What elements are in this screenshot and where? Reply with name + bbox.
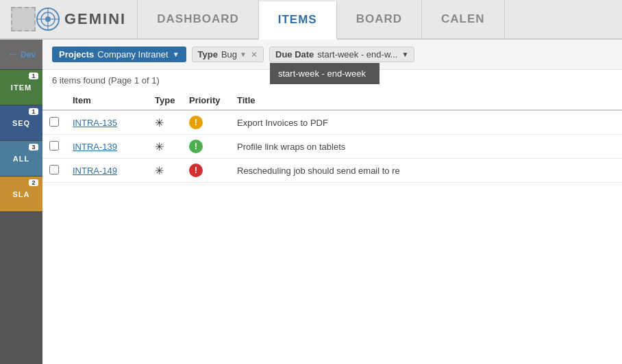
col-checkbox xyxy=(42,91,66,110)
projects-filter-value: Company Intranet xyxy=(97,49,168,60)
sidebar-all-label: ALL xyxy=(13,155,29,163)
type-filter[interactable]: Type Bug ▼ ✕ xyxy=(192,47,264,62)
col-priority-header: Priority xyxy=(182,91,230,110)
sidebar-sla-badge: 2 xyxy=(29,179,38,186)
table-row: INTRA-135 ✳ ! Export Invoices to PDF xyxy=(42,110,622,135)
tab-items[interactable]: ITEMS xyxy=(259,1,337,40)
item-link[interactable]: INTRA-135 xyxy=(73,118,117,128)
type-filter-value: Bug xyxy=(221,49,237,60)
due-date-filter-key: Due Date xyxy=(275,49,314,60)
sidebar-item-label: ITEM xyxy=(11,83,32,92)
table-header-row: Item Type Priority Title xyxy=(42,91,622,110)
sidebar-back-button[interactable]: ← Dev xyxy=(0,40,42,70)
bug-type-icon: ✳ xyxy=(155,165,164,177)
priority-icon: ! xyxy=(189,164,203,177)
main-layout: ← Dev 1 ITEM 1 SEQ 3 ALL 2 SLA Projects … xyxy=(0,40,622,364)
priority-icon: ! xyxy=(189,116,203,129)
col-type-header: Type xyxy=(148,91,182,110)
sidebar-item-badge: 1 xyxy=(29,73,38,79)
sidebar-item-item[interactable]: 1 ITEM xyxy=(0,70,42,105)
sidebar: ← Dev 1 ITEM 1 SEQ 3 ALL 2 SLA xyxy=(0,40,42,364)
item-link[interactable]: INTRA-139 xyxy=(73,142,117,152)
due-date-filter-value: start-week - end-w... xyxy=(317,49,397,60)
item-link[interactable]: INTRA-149 xyxy=(73,166,117,176)
table-row: INTRA-139 ✳ ! Profile link wraps on tabl… xyxy=(42,135,622,159)
row-priority: ! xyxy=(182,110,230,135)
row-type: ✳ xyxy=(148,159,182,183)
sidebar-item-all[interactable]: 3 ALL xyxy=(0,141,42,177)
top-navigation: GEMINI DASHBOARD ITEMS BOARD CALEN xyxy=(0,0,622,40)
logo-placeholder-icon xyxy=(11,7,36,31)
projects-filter[interactable]: Projects Company Intranet ▼ xyxy=(52,47,186,62)
projects-dropdown-icon: ▼ xyxy=(173,51,179,58)
items-count-text: 6 items found (Page 1 of 1) xyxy=(52,75,160,86)
sidebar-back-label: Dev xyxy=(21,50,36,60)
filter-bar: Projects Company Intranet ▼ Type Bug ▼ ✕… xyxy=(42,40,622,70)
col-item-header: Item xyxy=(66,91,148,110)
row-item-id: INTRA-135 xyxy=(66,110,148,135)
tab-board[interactable]: BOARD xyxy=(337,0,422,38)
row-title: Export Invoices to PDF xyxy=(230,110,622,135)
row-type: ✳ xyxy=(148,110,182,135)
content-area: Projects Company Intranet ▼ Type Bug ▼ ✕… xyxy=(42,40,622,364)
bug-type-icon: ✳ xyxy=(155,141,164,153)
projects-filter-key: Projects xyxy=(59,49,94,60)
row-checkbox-cell xyxy=(42,159,66,183)
sidebar-seq-badge: 1 xyxy=(29,108,38,115)
col-title-header: Title xyxy=(230,91,622,110)
logo-area: GEMINI xyxy=(0,0,138,38)
row-checkbox[interactable] xyxy=(49,117,59,127)
sidebar-item-sla[interactable]: 2 SLA xyxy=(0,177,42,212)
row-title: Rescheduling job should send email to re xyxy=(230,159,622,183)
tab-calendar[interactable]: CALEN xyxy=(422,0,505,38)
bug-type-icon: ✳ xyxy=(155,117,164,129)
row-priority: ! xyxy=(182,135,230,159)
nav-tabs: DASHBOARD ITEMS BOARD CALEN xyxy=(138,0,504,38)
due-date-dropdown: start-week - end-week xyxy=(270,63,380,84)
row-checkbox-cell xyxy=(42,110,66,135)
back-arrow-icon: ← xyxy=(7,47,19,62)
row-checkbox[interactable] xyxy=(49,141,59,151)
sidebar-all-badge: 3 xyxy=(29,144,38,151)
row-checkbox-cell xyxy=(42,135,66,159)
tab-dashboard[interactable]: DASHBOARD xyxy=(138,0,259,38)
due-date-dropdown-value: start-week - end-week xyxy=(278,68,366,79)
row-checkbox[interactable] xyxy=(49,165,59,174)
sidebar-seq-label: SEQ xyxy=(12,119,30,127)
due-date-dropdown-icon: ▼ xyxy=(401,51,408,58)
type-dropdown-icon: ▼ xyxy=(240,51,247,58)
gemini-logo-icon xyxy=(36,7,60,31)
row-item-id: INTRA-149 xyxy=(66,159,148,183)
row-title: Profile link wraps on tablets xyxy=(230,135,622,159)
row-priority: ! xyxy=(182,159,230,183)
row-item-id: INTRA-139 xyxy=(66,135,148,159)
type-filter-key: Type xyxy=(198,49,218,60)
due-date-filter[interactable]: Due Date start-week - end-w... ▼ start-w… xyxy=(269,47,414,62)
type-filter-close-icon[interactable]: ✕ xyxy=(251,50,258,60)
row-type: ✳ xyxy=(148,135,182,159)
items-table: Item Type Priority Title INTRA-135 ✳ xyxy=(42,91,622,183)
sidebar-sla-label: SLA xyxy=(13,190,30,198)
logo-text: GEMINI xyxy=(64,10,126,28)
table-row: INTRA-149 ✳ ! Rescheduling job should se… xyxy=(42,159,622,183)
sidebar-item-seq[interactable]: 1 SEQ xyxy=(0,105,42,141)
priority-icon: ! xyxy=(189,140,203,153)
